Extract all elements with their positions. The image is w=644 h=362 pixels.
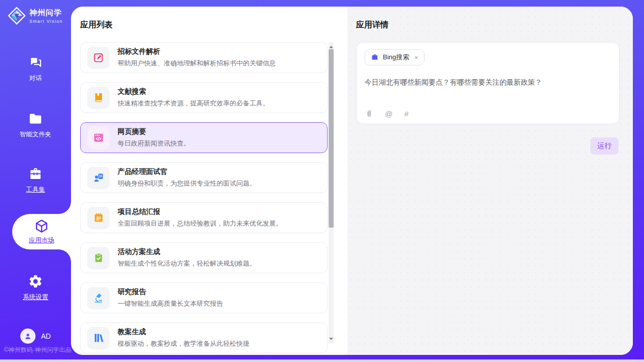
run-button[interactable]: 运行 [590,137,619,155]
edit-square-icon [93,52,104,63]
prompt-card[interactable]: Bing搜索 × 今日湖北有哪些新闻要点？有哪些需要关注的最新政策？ @ # [356,42,620,124]
app-card-title: 文献搜索 [118,87,269,96]
app-card-desc: 一键智能生成高质量长文本研究报告 [118,299,223,308]
book-icon [93,92,104,103]
input-toolbar: @ # [365,110,409,118]
app-card[interactable]: 活动方案生成 智能生成个性化活动方案，轻松解决规划难题。 [80,242,328,273]
sidebar-item-settings[interactable]: 系统设置 [0,274,71,302]
briefcase-icon [371,53,379,61]
query-text[interactable]: 今日湖北有哪些新闻要点？有哪些需要关注的最新政策？ [365,77,611,88]
app-card-list: 招标文件解析 帮助用户快速、准确地理解和解析招标书中的关键信息 文献搜索 快速精… [80,42,328,353]
cube-icon [34,219,49,234]
folder-icon [28,111,43,126]
browser-code-icon [93,132,104,143]
app-list-title: 应用列表 [80,20,113,30]
app-card[interactable]: 研究报告 一键智能生成高质量长文本研究报告 [80,282,328,313]
tool-tag-bing-search[interactable]: Bing搜索 × [365,49,424,65]
user-icon [23,332,32,341]
chat-icon [28,55,43,70]
app-list-panel: 应用列表 招标文件解析 帮助用户快速、准确地理解和解析招标书中的关键信息 文献搜… [71,7,347,355]
main-canvas: 应用列表 招标文件解析 帮助用户快速、准确地理解和解析招标书中的关键信息 文献搜… [71,7,633,355]
app-card-desc: 明确身份和职责，为您提供专业性的面试问题。 [118,179,256,188]
notepad-icon [93,212,104,224]
sidebar-item-chat[interactable]: 对话 [0,55,71,83]
books-icon [93,332,104,344]
close-icon[interactable]: × [414,54,418,61]
scroll-down-icon[interactable] [329,338,333,342]
hash-icon[interactable]: # [404,110,408,118]
app-card-title: 产品经理面试官 [118,167,256,176]
scroll-thumb[interactable] [329,49,334,228]
brand-subtitle: Smart Vision [29,19,63,24]
app-card-title: 项目总结汇报 [118,207,282,216]
sidebar-item-market[interactable]: 应用市场 [12,214,71,249]
brand-name: 神州问学 [29,8,63,18]
app-card-title: 活动方案生成 [118,247,256,257]
copyright-footer: ©神州数码·神州问学出品 [4,346,71,354]
gear-icon [28,274,43,289]
app-card-title: 教案生成 [118,328,249,337]
app-card-desc: 智能生成个性化活动方案，轻松解决规划难题。 [118,259,256,268]
tool-tag-label: Bing搜索 [383,53,409,62]
app-card-desc: 全面回顾项目进展，总结经验教训，助力未来优化发展。 [118,219,282,228]
app-card-title: 研究报告 [118,287,223,297]
app-card-title: 网页摘要 [118,127,190,136]
sidebar: 神州问学 Smart Vision 对话 智能文件夹 工具集 应用市场 系统设置… [0,0,71,359]
scrollbar[interactable] [329,42,334,344]
toolbox-icon [28,166,43,182]
mention-icon[interactable]: @ [385,110,392,118]
app-card[interactable]: 文献搜索 快速精准查找学术资源，提高研究效率的必备工具。 [80,82,328,113]
app-card[interactable]: 网页摘要 每日政府新闻资讯快查。 [80,122,328,153]
app-card[interactable]: 产品经理面试官 明确身份和职责，为您提供专业性的面试问题。 [80,162,328,193]
avatar [20,329,35,344]
app-card[interactable]: 项目总结汇报 全面回顾项目进展，总结经验教训，助力未来优化发展。 [80,202,328,233]
app-card-desc: 每日政府新闻资讯快查。 [118,139,190,148]
user-row[interactable]: AD [0,329,71,344]
brand-logo: 神州问学 Smart Vision [8,7,63,25]
paperclip-icon[interactable] [365,110,373,118]
app-window: 神州问学 Smart Vision 对话 智能文件夹 工具集 应用市场 系统设置… [0,0,644,359]
user-initials: AD [41,332,51,340]
app-detail-panel: 应用详情 Bing搜索 × 今日湖北有哪些新闻要点？有哪些需要关注的最新政策？ … [347,7,633,355]
sidebar-item-tools[interactable]: 工具集 [0,166,71,194]
clipboard-check-icon [93,252,104,264]
app-card[interactable]: 招标文件解析 帮助用户快速、准确地理解和解析招标书中的关键信息 [80,42,328,73]
app-card-title: 招标文件解析 [118,47,276,56]
app-card-desc: 模板驱动，教案秒成，教学准备从此轻松快捷 [118,339,249,348]
microscope-icon [93,292,104,304]
diamond-logo-icon [8,7,26,25]
sidebar-item-folders[interactable]: 智能文件夹 [0,111,71,139]
app-card-desc: 帮助用户快速、准确地理解和解析招标书中的关键信息 [118,59,276,68]
app-detail-title: 应用详情 [356,20,388,30]
app-card-desc: 快速精准查找学术资源，提高研究效率的必备工具。 [118,99,269,108]
interviewer-icon [93,172,104,184]
app-card[interactable]: 教案生成 模板驱动，教案秒成，教学准备从此轻松快捷 [80,322,328,353]
scroll-up-icon[interactable] [329,44,333,48]
